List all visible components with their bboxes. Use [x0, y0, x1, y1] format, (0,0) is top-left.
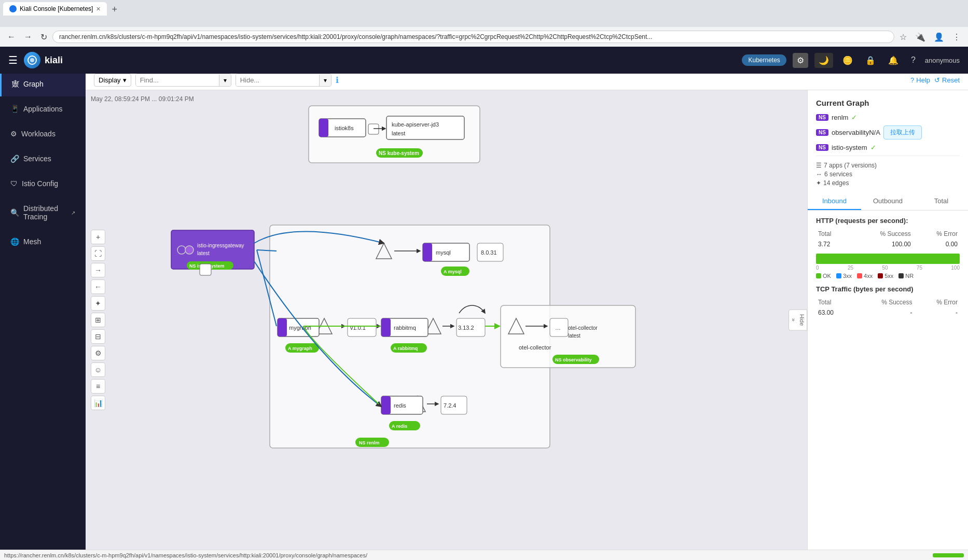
new-tab-button[interactable]: + [108, 4, 122, 15]
data-viz-button[interactable]: 📊 [91, 396, 105, 410]
tcp-success: - [851, 307, 914, 318]
find-dropdown[interactable]: ▾ [219, 75, 231, 86]
legend-4xx: 4xx [857, 273, 873, 279]
forward-button[interactable]: → [21, 30, 35, 44]
http-data-row: 3.72 100.00 0.00 [816, 239, 960, 249]
display-button[interactable]: Display ▾ [94, 74, 131, 87]
zoom-right-button[interactable]: → [91, 263, 105, 277]
display-label: Display [99, 76, 121, 84]
svg-text:A redis: A redis [392, 424, 407, 429]
ns-name-renlm: renlm [832, 114, 849, 121]
tab-outbound[interactable]: Outbound [861, 193, 915, 210]
svg-text:mysql: mysql [436, 249, 451, 256]
refresh-button[interactable]: ↻ [37, 30, 50, 44]
kubernetes-badge[interactable]: Kubernetes [742, 54, 786, 66]
ns-name-obs: observabilityN/A [832, 129, 880, 136]
apps-label: 7 apps (7 versions) [824, 162, 877, 169]
axis-100: 100 [951, 265, 960, 271]
svg-text:7.2.4: 7.2.4 [444, 402, 456, 409]
graph-timestamp: May 22, 08:59:24 PM ... 09:01:24 PM [91, 95, 194, 103]
ns-item-istio: NS istio-system ✓ [816, 144, 960, 151]
svg-text:NS observability: NS observability [555, 357, 592, 362]
expand-button[interactable]: ⊞ [91, 313, 105, 327]
collapse-button[interactable]: ⊟ [91, 329, 105, 344]
legend-5xx: 5xx [878, 273, 893, 279]
tab-title: Kiali Console [Kubernetes] [20, 5, 93, 12]
coin-icon[interactable]: 🪙 [839, 53, 856, 67]
svg-rect-9 [368, 124, 379, 134]
url-bar[interactable] [52, 31, 894, 43]
svg-text:otel-collector: otel-collector [568, 325, 598, 331]
sidebar-item-workloads[interactable]: ⚙ Workloads [0, 121, 86, 146]
sidebar-item-label: Graph [23, 80, 44, 88]
hide-panel-toggle[interactable]: Hide » [789, 310, 807, 331]
tab-total[interactable]: Total [915, 193, 968, 210]
ns-badge-obs: NS [816, 129, 828, 136]
svg-text:rabbitmq: rabbitmq [394, 325, 416, 331]
profile-button[interactable]: 👤 [931, 30, 947, 44]
settings-graph-button[interactable]: ⚙ [91, 346, 105, 360]
extensions-button[interactable]: 🔌 [912, 30, 929, 44]
legend-button[interactable]: ≡ [91, 379, 105, 394]
hide-dropdown[interactable]: ▾ [319, 75, 331, 86]
tab-close-btn[interactable]: × [96, 5, 100, 13]
reset-button[interactable]: ↺ Reset [934, 76, 960, 84]
graph-canvas-area[interactable]: May 22, 08:59:24 PM ... 09:01:24 PM + ⛶ … [86, 90, 807, 550]
back-button[interactable]: ← [4, 30, 19, 44]
help-button[interactable]: ? Help [910, 76, 930, 84]
sidebar-item-services[interactable]: 🔗 Services [0, 146, 86, 171]
services-label: 6 services [824, 171, 852, 178]
stats-services: ↔ 6 services [816, 171, 960, 178]
cloud-upload-button[interactable]: 拉取上传 [883, 125, 922, 139]
sidebar-item-mesh[interactable]: 🌐 Mesh [0, 229, 86, 254]
lock-icon[interactable]: 🔒 [862, 53, 879, 67]
zoom-in-button[interactable]: + [91, 230, 105, 244]
svg-rect-25 [423, 243, 432, 261]
ns-status-renlm: ✓ [851, 114, 857, 121]
tcp-error: - [914, 307, 960, 318]
svg-text:latest: latest [197, 250, 210, 256]
sidebar-item-applications[interactable]: 📱 Applications [0, 96, 86, 121]
status-indicator [933, 553, 964, 557]
tab-inbound[interactable]: Inbound [808, 193, 861, 210]
legend-5xx-dot [878, 273, 883, 278]
sidebar-item-graph[interactable]: 🕸 Graph [0, 72, 86, 96]
bookmark-button[interactable]: ☆ [896, 30, 910, 44]
help-icon: ? [910, 76, 914, 84]
smiley-button[interactable]: ☺ [91, 362, 105, 377]
status-url: https://rancher.renlm.cn/k8s/clusters/c-… [4, 552, 367, 558]
settings-button[interactable]: ⚙ [793, 53, 808, 68]
svg-text:…: … [555, 325, 561, 331]
menu-button[interactable]: ⋮ [949, 30, 964, 44]
theme-toggle[interactable]: 🌙 [814, 53, 833, 68]
user-label[interactable]: anonymous [925, 57, 960, 64]
info-button[interactable]: ℹ [336, 75, 339, 85]
zoom-left-button[interactable]: ← [91, 279, 105, 294]
tcp-header-total: Total [816, 297, 851, 307]
legend-3xx-label: 3xx [843, 273, 852, 279]
sidebar-item-istio-config[interactable]: 🛡 Istio Config [0, 171, 86, 196]
hide-label: Hide [799, 314, 805, 326]
find-input[interactable] [136, 74, 219, 86]
graph-icon: 🕸 [12, 80, 19, 88]
legend-ok-label: OK [823, 273, 831, 279]
svg-rect-4 [319, 119, 328, 137]
hamburger-button[interactable]: ☰ [8, 54, 18, 66]
http-title: HTTP (requests per second): [816, 217, 960, 225]
help-icon[interactable]: ? [908, 53, 919, 67]
hide-input[interactable] [236, 74, 319, 86]
logo-text: kiali [45, 55, 63, 66]
svg-text:redis: redis [394, 402, 406, 409]
ns-badge-renlm: NS [816, 114, 828, 121]
reset-icon: ↺ [934, 76, 940, 84]
sidebar-item-label: Applications [23, 105, 63, 113]
bell-icon[interactable]: 🔔 [885, 53, 902, 67]
ns-name-istio: istio-system [832, 144, 867, 151]
legend-ok: OK [816, 273, 831, 279]
tcp-section: TCP Traffic (bytes per second) Total % S… [816, 285, 960, 318]
star-button[interactable]: ✦ [91, 296, 105, 311]
graph-svg[interactable]: istiok8s kube-apiserver-jd3 latest NS ku… [86, 90, 807, 550]
active-browser-tab[interactable]: Kiali Console [Kubernetes] × [3, 2, 107, 16]
sidebar-item-distributed-tracing[interactable]: 🔍 Distributed Tracing ↗ [0, 196, 86, 229]
fit-button[interactable]: ⛶ [91, 246, 105, 261]
